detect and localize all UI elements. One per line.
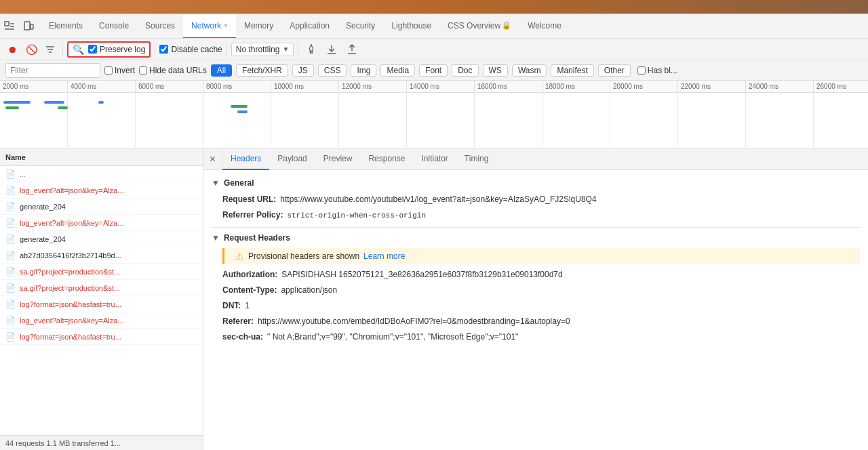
toolbar-divider-4 — [298, 43, 298, 56]
tab-css-overview[interactable]: CSS Overview 🔒 — [439, 14, 519, 39]
tab-network[interactable]: Network × — [183, 14, 236, 39]
ruler-mark-13: 26000 ms — [814, 81, 868, 92]
details-tab-response[interactable]: Response — [360, 148, 413, 170]
tab-console[interactable]: Console — [91, 14, 137, 39]
clear-button[interactable]: 🚫 — [23, 41, 39, 58]
file-icon: 📄 — [5, 251, 16, 260]
tab-security[interactable]: Security — [338, 14, 383, 39]
tab-memory[interactable]: Memory — [236, 14, 281, 39]
file-icon: 📄 — [5, 300, 16, 309]
file-icon: 📄 — [5, 202, 16, 211]
has-blocked-checkbox[interactable] — [637, 66, 646, 75]
disable-cache-label[interactable]: Disable cache — [159, 45, 222, 54]
main-content: Name 📄 ... 📄 log_event?alt=json&key=Alza… — [0, 148, 868, 450]
waterfall-bar-1 — [3, 101, 31, 104]
filter-btn-manifest[interactable]: Manifest — [551, 64, 593, 77]
details-tab-timing[interactable]: Timing — [456, 148, 497, 170]
filter-btn-img[interactable]: Img — [351, 64, 376, 77]
list-item[interactable]: 📄 generate_204 — [0, 231, 203, 247]
list-item[interactable]: 📄 log?format=json&hasfast=tru... — [0, 296, 203, 312]
provisional-headers-warning: ⚠ Provisional headers are shown Learn mo… — [222, 248, 860, 264]
file-icon: 📄 — [5, 186, 16, 195]
timeline-ruler: 2000 ms 4000 ms 6000 ms 8000 ms 10000 ms… — [0, 81, 868, 93]
file-icon: 📄 — [5, 218, 16, 228]
ruler-mark-10: 20000 ms — [610, 81, 678, 92]
ruler-mark-7: 14000 ms — [407, 81, 475, 92]
filter-btn-js[interactable]: JS — [292, 64, 314, 77]
devtools-icons — [3, 20, 35, 33]
throttle-select[interactable]: No throttling ▼ — [231, 43, 294, 56]
ruler-mark-4: 8000 ms — [203, 81, 271, 92]
details-tab-payload[interactable]: Payload — [269, 148, 315, 170]
record-button[interactable]: ⏺ — [4, 41, 20, 58]
list-item[interactable]: 📄 log_event?alt=json&key=Alza... — [0, 215, 203, 231]
authorization-row: Authorization: SAPISIDHASH 1652075121_3e… — [212, 268, 860, 281]
has-blocked-label[interactable]: Has bl... — [637, 66, 677, 75]
tab-lighthouse[interactable]: Lighthouse — [383, 14, 439, 39]
details-tab-preview[interactable]: Preview — [315, 148, 361, 170]
disable-cache-checkbox[interactable] — [159, 45, 168, 54]
details-panel: × Headers Payload Preview Response Initi… — [203, 148, 868, 450]
request-headers-arrow[interactable]: ▼ — [212, 233, 220, 243]
details-tab-headers[interactable]: Headers — [222, 148, 269, 170]
file-icon: 📄 — [5, 332, 16, 342]
list-item[interactable]: 📄 log_event?alt=json&key=Alza... — [0, 182, 203, 199]
search-icon: 🔍 — [73, 44, 84, 55]
tab-application[interactable]: Application — [281, 14, 338, 39]
filter-btn-doc[interactable]: Doc — [452, 64, 478, 77]
list-item[interactable]: 📄 sa.gif?project=production&st... — [0, 264, 203, 280]
waterfall-bar-2 — [5, 106, 19, 109]
tab-network-close[interactable]: × — [224, 22, 228, 29]
filter-btn-fetch-xhr[interactable]: Fetch/XHR — [236, 64, 288, 77]
filter-btn-all[interactable]: All — [211, 64, 232, 77]
details-close-button[interactable]: × — [203, 148, 222, 170]
filter-button[interactable] — [42, 41, 58, 58]
filter-input[interactable] — [5, 63, 100, 78]
details-content: ▼ General Request URL: https://www.youtu… — [203, 170, 868, 450]
referrer-policy-row: Referrer Policy: strict-origin-when-cros… — [212, 209, 860, 222]
hide-data-urls-checkbox[interactable] — [139, 66, 147, 75]
filter-btn-other[interactable]: Other — [598, 64, 631, 77]
filter-btn-media[interactable]: Media — [380, 64, 415, 77]
network-conditions-button[interactable] — [302, 41, 320, 58]
waterfall-bar-6 — [231, 105, 248, 108]
list-item[interactable]: 📄 log_event?alt=json&key=Alza... — [0, 312, 203, 329]
hide-data-urls-label[interactable]: Hide data URLs — [139, 66, 207, 75]
filter-btn-css[interactable]: CSS — [318, 64, 347, 77]
general-section-arrow[interactable]: ▼ — [212, 178, 220, 188]
ruler-mark-12: 24000 ms — [746, 81, 814, 92]
timeline-area: 2000 ms 4000 ms 6000 ms 8000 ms 10000 ms… — [0, 81, 868, 148]
filter-btn-wasm[interactable]: Wasm — [512, 64, 547, 77]
tab-elements[interactable]: Elements — [41, 14, 91, 39]
list-item[interactable]: 📄 sa.gif?project=production&st... — [0, 280, 203, 296]
device-icon[interactable] — [22, 20, 35, 33]
waterfall-bar-5 — [98, 101, 104, 104]
file-list-header: Name — [0, 148, 203, 166]
filter-btn-font[interactable]: Font — [419, 64, 448, 77]
request-url-row: Request URL: https://www.youtube.com/you… — [212, 193, 860, 205]
list-item[interactable]: 📄 ... — [0, 166, 203, 182]
ruler-mark-2: 4000 ms — [68, 81, 136, 92]
invert-checkbox[interactable] — [104, 66, 113, 75]
ruler-mark-6: 12000 ms — [339, 81, 407, 92]
preserve-log-checkbox[interactable] — [88, 45, 97, 54]
export-har-button[interactable] — [323, 41, 340, 58]
list-item[interactable]: 📄 generate_204 — [0, 199, 203, 215]
inspect-icon[interactable] — [3, 20, 16, 33]
tab-welcome[interactable]: Welcome — [519, 14, 570, 39]
list-item[interactable]: 📄 log?format=json&hasfast=tru... — [0, 329, 203, 345]
learn-more-link[interactable]: Learn more — [363, 251, 405, 261]
svg-rect-4 — [24, 22, 30, 30]
details-tab-initiator[interactable]: Initiator — [413, 148, 456, 170]
import-har-button[interactable] — [343, 41, 361, 58]
toolbar-divider-3 — [226, 43, 227, 56]
invert-filter-label[interactable]: Invert — [104, 66, 135, 75]
filter-btn-ws[interactable]: WS — [483, 64, 508, 77]
waterfall-bar-7 — [237, 110, 248, 113]
tab-sources[interactable]: Sources — [137, 14, 183, 39]
list-item[interactable]: 📄 ab27d0356416f2f3b2714b9d... — [0, 247, 203, 264]
preserve-log-label[interactable]: Preserve log — [88, 45, 145, 54]
file-list-footer: 44 requests 1.1 MB transferred 1... — [0, 435, 203, 450]
file-icon: 📄 — [5, 234, 16, 244]
network-toolbar: ⏺ 🚫 🔍 Preserve log Disable cache No thro… — [0, 39, 868, 60]
